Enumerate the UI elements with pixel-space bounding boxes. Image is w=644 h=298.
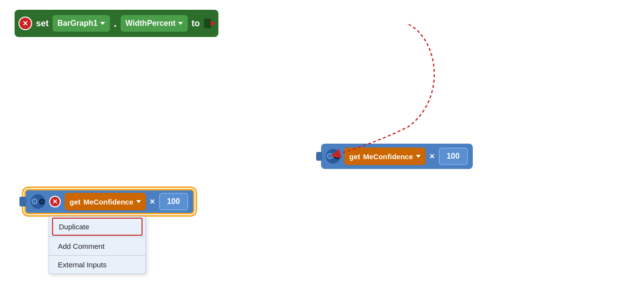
var-name-original: MeConfidence: [363, 152, 413, 161]
context-menu-duplicate[interactable]: Duplicate: [52, 218, 143, 236]
number-pill-original[interactable]: 100: [439, 148, 468, 165]
context-menu-add-comment[interactable]: Add Comment: [49, 237, 145, 255]
context-menu: Duplicate Add Comment External Inputs: [49, 216, 146, 274]
var-dropdown-arrow-original: [416, 155, 421, 158]
right-connector: [204, 19, 212, 28]
close-button-selected[interactable]: [49, 196, 61, 207]
multiply-block-original: ⚙ get MeConfidence × 100: [321, 144, 473, 169]
component-name: BarGraph1: [57, 19, 98, 28]
gear-icon-original: ⚙: [326, 149, 340, 164]
var-name-selected: MeConfidence: [84, 198, 134, 206]
get-label-original: get: [349, 152, 360, 161]
number-pill-selected[interactable]: 100: [159, 193, 188, 210]
multiply-block-selected[interactable]: ⚙ get MeConfidence × 100: [24, 189, 195, 214]
var-dropdown-arrow-selected: [136, 200, 141, 203]
left-connector-selected: [19, 197, 26, 206]
set-label: set: [36, 19, 49, 29]
connection-arrow: [336, 24, 434, 155]
number-value-selected: 100: [167, 197, 180, 206]
property-dropdown-arrow: [178, 22, 183, 25]
set-block: set BarGraph1 . WidthPercent to: [15, 10, 218, 37]
close-button[interactable]: [18, 17, 32, 30]
get-pill-original[interactable]: get MeConfidence: [344, 148, 426, 165]
get-label-selected: get: [70, 198, 81, 206]
dot-separator: .: [114, 17, 117, 30]
to-label: to: [192, 19, 200, 29]
get-pill-selected[interactable]: get MeConfidence: [65, 193, 146, 210]
left-connector: [316, 152, 322, 161]
component-dropdown[interactable]: BarGraph1: [53, 15, 110, 32]
multiply-sign-selected: ×: [150, 197, 155, 207]
property-dropdown[interactable]: WidthPercent: [121, 15, 188, 32]
property-name: WidthPercent: [125, 19, 176, 28]
context-menu-external-inputs[interactable]: External Inputs: [49, 256, 145, 274]
component-dropdown-arrow: [100, 22, 105, 25]
number-value-original: 100: [447, 152, 460, 161]
gear-icon-selected: ⚙: [31, 194, 45, 209]
multiply-sign-original: ×: [429, 151, 435, 162]
